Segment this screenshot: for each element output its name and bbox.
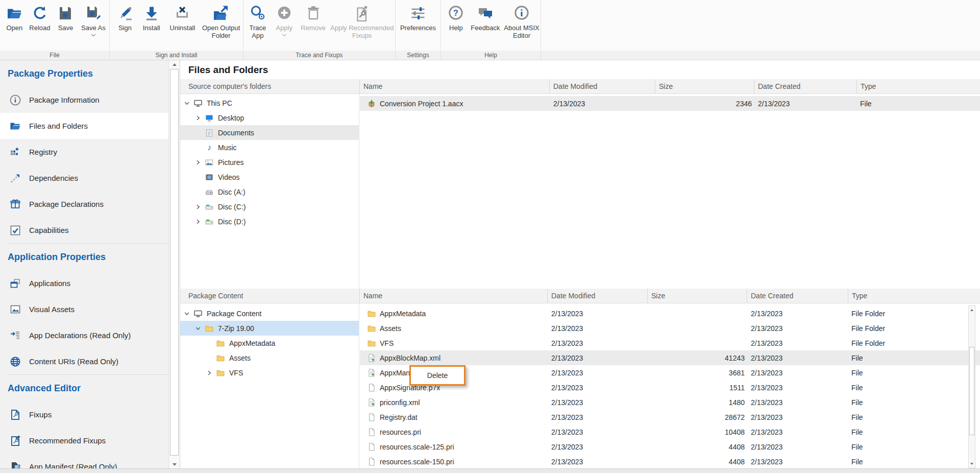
scroll-down-arrow[interactable] [169, 460, 180, 468]
date-modified-cell: 2/13/2023 [548, 339, 648, 347]
scroll-up-arrow[interactable] [969, 306, 975, 314]
sidebar-item-capabilities[interactable]: Capabilities [0, 217, 168, 243]
open-output-folder-button[interactable]: Open Output Folder [199, 4, 243, 39]
package-content-pane: Package Content Name Date Modified Size … [180, 289, 980, 468]
tree-item-appxmetadata[interactable]: AppxMetadata [180, 336, 359, 350]
disk-drive-icon [205, 217, 214, 226]
apply-recommended-fixups-button-label: Apply Recommended Fixups [329, 25, 395, 39]
trace-app-button[interactable]: Trace App [244, 4, 271, 39]
chevron-right-icon[interactable] [195, 204, 203, 209]
table-row[interactable]: resources.scale-150.pri 2/13/2023 4408 2… [360, 454, 980, 469]
package-table-scrollbar[interactable] [968, 305, 975, 468]
chevron-right-icon[interactable] [195, 219, 203, 224]
tree-item-package-content[interactable]: Package Content [180, 306, 359, 321]
date-modified-cell: 2/13/2023 [548, 369, 648, 377]
trace-app-button-label: Trace App [244, 25, 271, 39]
chevron-right-icon[interactable] [195, 115, 203, 121]
context-menu: Delete [409, 365, 465, 386]
sign-button[interactable]: Sign [113, 4, 137, 32]
tree-item-disc-c[interactable]: Disc (C:) [180, 199, 359, 214]
scroll-down-arrow[interactable] [969, 460, 975, 467]
chevron-down-icon[interactable] [184, 311, 191, 316]
sidebar-item-recommended-fixups[interactable]: Recommended Fixups [0, 428, 168, 454]
tree-item-assets[interactable]: Assets [180, 350, 359, 365]
size-cell: 3681 [648, 369, 747, 377]
apply-button[interactable]: Apply [271, 4, 298, 37]
tree-item-disc-a[interactable]: Disc (A:) [180, 184, 359, 199]
date-created-cell: 2/13/2023 [747, 458, 848, 466]
table-row[interactable]: resources.scale-125.pri 2/13/2023 4408 2… [360, 439, 980, 454]
sidebar-item-package-declarations[interactable]: Package Declarations [0, 191, 168, 217]
install-button[interactable]: Install [137, 4, 166, 32]
chevron-right-icon[interactable] [195, 160, 203, 165]
table-row[interactable]: resources.pri 2/13/2023 10408 2/13/2023 … [360, 424, 980, 439]
help-button[interactable]: ? Help [444, 4, 468, 32]
tree-item-documents[interactable]: Documents [180, 125, 359, 140]
disk-drive-icon [205, 202, 214, 211]
tree-item-desktop[interactable]: Desktop [180, 110, 359, 125]
table-row[interactable]: Conversion Project 1.aacx 2/13/2023 2346… [360, 96, 980, 111]
reload-button[interactable]: Reload [26, 4, 54, 32]
table-row[interactable]: AppxBlockMap.xml 2/13/2023 41243 2/13/20… [360, 350, 980, 365]
column-header-date-modified[interactable]: Date Modified [547, 289, 647, 303]
type-cell: File [848, 384, 980, 392]
table-row[interactable]: VFS 2/13/2023 2/13/2023 File Folder [360, 336, 980, 350]
save-as-button[interactable]: Save As [78, 4, 109, 37]
sidebar-item-fixups[interactable]: Fixups [0, 401, 168, 428]
tree-item-vfs[interactable]: VFS [180, 365, 359, 380]
sidebar-item-content-uris[interactable]: Content URIs (Read Only) [0, 348, 168, 374]
sidebar-item-app-declarations[interactable]: App Declarations (Read Only) [0, 322, 168, 348]
column-header-date-created[interactable]: Date Created [747, 289, 848, 303]
sidebar-item-files-and-folders[interactable]: Files and Folders [0, 113, 168, 139]
remove-button[interactable]: Remove [298, 4, 329, 32]
sidebar-item-visual-assets[interactable]: Visual Assets [0, 296, 168, 322]
help-icon: ? [447, 5, 464, 22]
chevron-right-icon[interactable] [207, 370, 214, 375]
column-header-size[interactable]: Size [655, 79, 754, 93]
apply-recommended-fixups-icon [353, 5, 371, 22]
feedback-button[interactable]: Feedback [468, 4, 503, 32]
tree-item-music[interactable]: ♪ Music [180, 140, 359, 155]
sidebar-scrollbar[interactable] [168, 60, 180, 468]
table-row[interactable]: Registry.dat 2/13/2023 28672 2/13/2023 F… [360, 410, 980, 424]
sidebar-item-package-information[interactable]: Package Information [0, 87, 168, 113]
sidebar-item-label: App Declarations (Read Only) [29, 331, 131, 340]
table-row[interactable]: priconfig.xml 2/13/2023 1480 2/13/2023 F… [360, 395, 980, 410]
save-button[interactable]: Save [54, 4, 78, 32]
uninstall-button[interactable]: Uninstall [166, 4, 200, 32]
scrollbar-thumb[interactable] [170, 69, 179, 456]
apply-recommended-fixups-button[interactable]: Apply Recommended Fixups [329, 4, 395, 39]
chevron-down-icon[interactable] [195, 326, 203, 331]
column-header-type[interactable]: Type [856, 79, 980, 93]
chevron-down-icon[interactable] [91, 34, 96, 37]
column-header-type[interactable]: Type [848, 289, 980, 303]
tree-item-7zip[interactable]: 7-Zip 19.00 [180, 321, 359, 336]
tree-item-label: Assets [229, 354, 251, 362]
chevron-down-icon[interactable] [184, 101, 191, 106]
table-row[interactable]: Assets 2/13/2023 2/13/2023 File Folder [360, 321, 980, 336]
tree-item-disc-d[interactable]: Disc (D:) [180, 214, 359, 229]
context-menu-item-delete[interactable]: Delete [411, 367, 464, 384]
sidebar-item-registry[interactable]: Registry [0, 139, 168, 165]
tree-item-label: Videos [218, 173, 240, 181]
tree-item-pictures[interactable]: Pictures [180, 155, 359, 170]
about-msix-editor-button[interactable]: About MSIX Editor [503, 4, 541, 39]
tree-item-this-pc[interactable]: This PC [180, 96, 359, 110]
file-name-cell: priconfig.xml [360, 398, 548, 407]
column-header-date-modified[interactable]: Date Modified [549, 79, 655, 93]
column-header-size[interactable]: Size [647, 289, 747, 303]
date-modified-cell: 2/13/2023 [548, 413, 648, 421]
open-button[interactable]: Open [3, 4, 26, 32]
scroll-up-arrow[interactable] [169, 60, 180, 68]
column-header-date-created[interactable]: Date Created [754, 79, 856, 93]
scrollbar-thumb[interactable] [969, 347, 974, 435]
preferences-button[interactable]: Preferences [399, 4, 437, 32]
tree-item-videos[interactable]: Videos [180, 170, 359, 184]
sidebar-item-applications[interactable]: Applications [0, 270, 168, 296]
table-row[interactable]: AppxMetadata 2/13/2023 2/13/2023 File Fo… [360, 306, 980, 321]
sidebar-item-dependencies[interactable]: Dependencies [0, 165, 168, 191]
column-header-name[interactable]: Name [359, 289, 547, 303]
column-header-name[interactable]: Name [359, 79, 549, 93]
about-info-icon [513, 5, 530, 22]
size-cell: 1511 [648, 384, 747, 392]
